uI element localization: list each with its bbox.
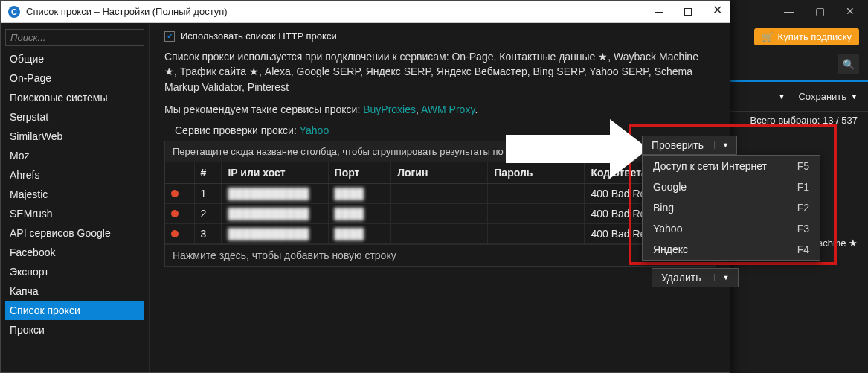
verify-label: Проверить <box>652 139 704 151</box>
sidebar-item[interactable]: Экспорт <box>5 262 144 281</box>
window-maximize[interactable] <box>684 5 692 18</box>
recommended-services: Мы рекомендуем такие сервисы прокси: Buy… <box>164 103 715 115</box>
parent-minimize[interactable]: — <box>784 5 794 17</box>
chevron-down-icon: ▼ <box>779 93 785 101</box>
table-row[interactable]: 3███████████████400 Bad Request <box>165 223 714 243</box>
verify-menu-shortcut: F1 <box>797 181 809 193</box>
settings-window: C Список прокси – Настройки (Полный дост… <box>0 0 730 373</box>
chevron-down-icon: ▼ <box>714 274 729 281</box>
verify-menu-shortcut: F4 <box>797 243 809 255</box>
sidebar-item[interactable]: SimilarWeb <box>5 127 144 146</box>
sidebar-item[interactable]: Majestic <box>5 185 144 204</box>
window-minimize[interactable] <box>655 5 663 18</box>
search-icon: 🔍 <box>843 59 855 70</box>
settings-title: Список прокси – Настройки (Полный доступ… <box>26 6 228 17</box>
verify-menu-item[interactable]: GoogleF1 <box>643 176 820 197</box>
verify-menu-label: Bing <box>653 202 674 214</box>
table-row[interactable]: 1███████████████400 Bad Request <box>165 183 714 203</box>
cell-port: ████ <box>328 223 391 243</box>
col-number[interactable]: # <box>194 162 222 184</box>
annotation-arrow <box>506 119 649 179</box>
cell-password <box>488 183 585 203</box>
verify-menu-item[interactable]: Доступ к сети ИнтернетF5 <box>643 156 820 176</box>
sidebar-item[interactable]: SEMrush <box>5 204 144 223</box>
col-ip[interactable]: IP или хост <box>222 162 328 184</box>
status-dot <box>165 183 194 203</box>
cell-ip: ███████████ <box>222 183 328 203</box>
cell-password <box>488 223 585 243</box>
sidebar-item[interactable]: On-Page <box>5 68 144 88</box>
chevron-down-icon: ▼ <box>714 141 729 149</box>
parent-save-dropdown[interactable]: Сохранить ▼ <box>798 91 858 102</box>
sidebar-item[interactable]: Прокси <box>5 320 144 339</box>
sidebar-item[interactable]: Капча <box>5 281 144 301</box>
verify-menu-label: Google <box>653 181 687 193</box>
verify-menu-label: Доступ к сети Интернет <box>653 160 767 172</box>
verify-menu-item[interactable]: YahooF3 <box>643 218 820 239</box>
verify-menu-label: Yahoo <box>653 223 682 235</box>
cell-port: ████ <box>328 183 391 203</box>
app-icon: C <box>8 6 20 18</box>
table-row[interactable]: 2███████████████400 Bad Request <box>165 203 714 223</box>
col-login[interactable]: Логин <box>391 162 488 184</box>
verify-dropdown-menu: Доступ к сети ИнтернетF5GoogleF1BingF2Ya… <box>642 155 820 261</box>
cell-ip: ███████████ <box>222 223 328 243</box>
col-status[interactable] <box>165 162 194 184</box>
parent-close[interactable]: ✕ <box>846 5 855 17</box>
use-http-proxy-checkbox[interactable]: ✔ <box>164 31 175 42</box>
sidebar-item[interactable]: Moz <box>5 146 144 165</box>
verify-menu-shortcut: F2 <box>797 202 809 214</box>
cell-number: 1 <box>194 183 222 203</box>
cell-number: 2 <box>194 203 222 223</box>
link-awmproxy[interactable]: AWM Proxy <box>421 103 475 115</box>
verify-dropdown-button[interactable]: Проверить ▼ <box>642 136 737 155</box>
parent-maximize[interactable]: ▢ <box>815 5 825 17</box>
verify-menu-shortcut: F3 <box>797 223 809 235</box>
rec-dot: . <box>475 103 478 115</box>
rec-prefix: Мы рекомендуем такие сервисы прокси: <box>164 103 363 115</box>
cell-number: 3 <box>194 223 222 243</box>
link-buyproxies[interactable]: BuyProxies <box>363 103 416 115</box>
proxy-check-service-value[interactable]: Yahoo <box>300 124 329 136</box>
buy-subscription-button[interactable]: 🛒 Купить подписку <box>754 28 859 45</box>
verify-menu-shortcut: F5 <box>797 160 809 172</box>
sidebar-item[interactable]: Список прокси <box>5 301 144 320</box>
cell-password <box>488 203 585 223</box>
sidebar-search-input[interactable]: Поиск... <box>5 29 144 46</box>
status-dot <box>165 203 194 223</box>
chevron-down-icon: ▼ <box>851 93 858 101</box>
settings-sidebar: Поиск... ОбщиеOn-PageПоисковые системыSe… <box>1 23 150 372</box>
rec-sep: , <box>416 103 421 115</box>
parent-active-tab-strip <box>729 80 868 82</box>
col-port[interactable]: Порт <box>328 162 391 184</box>
cart-icon: 🛒 <box>762 31 774 42</box>
use-http-proxy-label: Использовать список HTTP прокси <box>181 31 337 42</box>
sidebar-item[interactable]: Serpstat <box>5 107 144 127</box>
parent-titlebar: — ▢ ✕ <box>729 0 868 22</box>
parent-save-label: Сохранить <box>798 91 846 102</box>
parent-total-selected: Всего выбрано: 13 / 537 <box>729 111 868 133</box>
add-row-hint[interactable]: Нажмите здесь, чтобы добавить новую стро… <box>165 244 714 266</box>
sidebar-item[interactable]: Общие <box>5 49 144 68</box>
cell-ip: ███████████ <box>222 203 328 223</box>
cell-port: ████ <box>328 203 391 223</box>
window-close[interactable]: ✕ <box>713 5 722 18</box>
cell-login <box>391 183 488 203</box>
parent-search-button[interactable]: 🔍 <box>838 54 859 74</box>
settings-titlebar: C Список прокси – Настройки (Полный дост… <box>1 1 730 23</box>
sidebar-item[interactable]: Поисковые системы <box>5 88 144 107</box>
sidebar-item[interactable]: API сервисов Google <box>5 223 144 243</box>
verify-menu-item[interactable]: ЯндексF4 <box>643 239 820 260</box>
proxy-check-service-label: Сервис проверки прокси: <box>175 124 300 136</box>
delete-label: Удалить <box>661 272 701 284</box>
cell-login <box>391 223 488 243</box>
delete-dropdown-button[interactable]: Удалить ▼ <box>652 268 739 287</box>
verify-menu-label: Яндекс <box>653 243 688 255</box>
sidebar-item[interactable]: Ahrefs <box>5 165 144 185</box>
cell-login <box>391 203 488 223</box>
buy-label: Купить подписку <box>778 31 852 42</box>
status-dot <box>165 223 194 243</box>
verify-menu-item[interactable]: BingF2 <box>643 197 820 218</box>
sidebar-item[interactable]: Facebook <box>5 243 144 262</box>
proxy-usage-description: Список прокси используется при подключен… <box>164 49 707 95</box>
